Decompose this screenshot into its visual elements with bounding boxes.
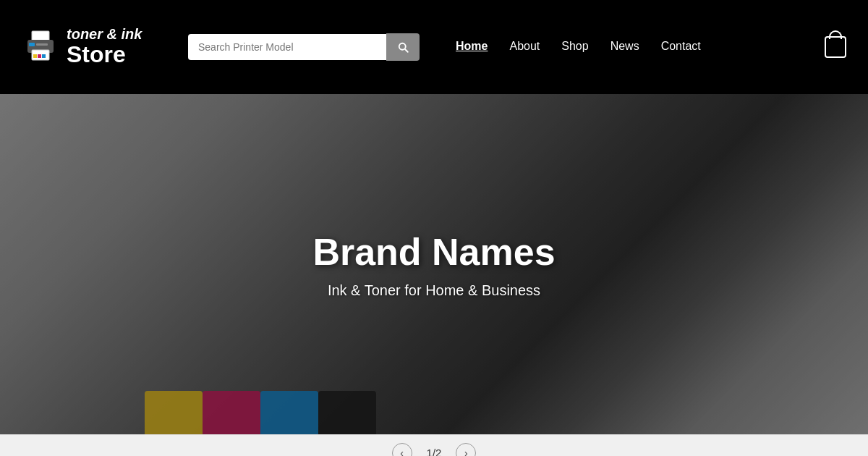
logo-text: toner & ink Store	[67, 26, 142, 67]
cart-icon	[825, 36, 846, 58]
svg-rect-2	[29, 43, 35, 46]
pagination-bar: ‹ 1/2 ›	[0, 434, 868, 456]
slide-indicator: 1/2	[427, 447, 442, 456]
hero-content: Brand Names Ink & Toner for Home & Busin…	[312, 230, 555, 299]
svg-rect-0	[32, 31, 49, 41]
nav-item-shop[interactable]: Shop	[561, 40, 588, 54]
main-nav: Home About Shop News Contact	[456, 40, 701, 54]
nav-item-home[interactable]: Home	[456, 40, 488, 54]
logo-area: toner & ink Store	[22, 26, 166, 67]
search-area	[188, 33, 420, 61]
printer-logo-icon	[22, 28, 59, 66]
search-button[interactable]	[386, 33, 420, 61]
nav-item-contact[interactable]: Contact	[661, 40, 701, 54]
nav-item-news[interactable]: News	[610, 40, 639, 54]
svg-rect-5	[33, 54, 37, 58]
svg-rect-7	[42, 54, 46, 58]
next-slide-button[interactable]: ›	[456, 443, 476, 457]
hero-subtitle: Ink & Toner for Home & Business	[312, 282, 555, 299]
search-icon	[396, 41, 409, 54]
logo-bottom: Store	[67, 42, 142, 67]
svg-rect-6	[38, 54, 41, 58]
cart-button[interactable]	[825, 36, 846, 58]
hero-section: Brand Names Ink & Toner for Home & Busin…	[0, 94, 868, 434]
site-header: toner & ink Store Home About Shop News C…	[0, 0, 868, 94]
svg-rect-3	[36, 43, 48, 46]
hero-title: Brand Names	[312, 230, 555, 274]
search-input[interactable]	[188, 34, 386, 60]
logo-top: toner & ink	[67, 26, 142, 42]
prev-slide-button[interactable]: ‹	[392, 443, 412, 457]
nav-item-about[interactable]: About	[509, 40, 540, 54]
